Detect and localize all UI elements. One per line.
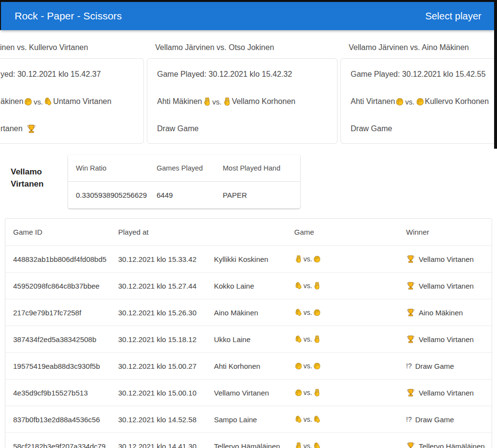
played-at-cell: 30.12.2021 klo 15.27.44	[118, 282, 214, 290]
game-hands-cell: vs.	[294, 335, 337, 344]
game-id-cell: 837b0fb13e2d88a4536c56	[5, 415, 118, 424]
col-header-played-at: Played at	[118, 228, 214, 236]
window-border-left	[0, 0, 1, 30]
player2-name: Kullervo Korhonen	[425, 97, 489, 106]
vs-label: vs.	[303, 442, 312, 448]
game-result-line: Draw Game	[157, 123, 327, 134]
player2-name: Untamo Virtanen	[53, 97, 111, 106]
winner-cell: Aino Mäkinen	[388, 308, 492, 317]
recent-game-card: inen vs. Kullervo Virtanen yed: 30.12.20…	[0, 43, 144, 144]
rock-hand-icon	[313, 255, 321, 263]
games-table-header-row: Game ID Played at Game Winner	[5, 219, 492, 245]
game-played-line: Game Played: 30.12.2021 klo 15.42.55	[351, 69, 497, 80]
played-at-cell: 30.12.2021 klo 15.33.42	[118, 255, 214, 263]
rock-hand-icon	[313, 362, 321, 370]
app-title: Rock - Paper - Scissors	[15, 10, 122, 22]
rock-hand-icon	[23, 97, 33, 106]
vs-label: vs.	[303, 255, 312, 263]
vs-label: vs.	[303, 362, 312, 370]
player2-name: Vellamo Korhonen	[232, 97, 296, 106]
stats-win-ratio-value: 0.3305938905256629	[68, 191, 157, 199]
stats-header-win-ratio: Win Ratio	[68, 164, 157, 172]
game-result-line: rtanen	[0, 123, 134, 134]
game-result-line: Draw Game	[351, 123, 497, 134]
game-players-line: äkinenvs.Untamo Virtanen	[0, 96, 134, 107]
game-hands-cell: vs.	[294, 442, 337, 448]
rock-hand-icon	[313, 308, 321, 317]
game-card-title: Vellamo Järvinen vs. Otso Jokinen	[147, 43, 337, 52]
stats-most-played-hand-value: PAPER	[223, 191, 300, 199]
scissors-hand-icon	[313, 388, 321, 397]
played-at-cell: 30.12.2021 klo 15.00.27	[118, 362, 214, 370]
game-id-cell: 217c9e79b17fc7258f	[5, 309, 118, 317]
trophy-icon	[406, 255, 419, 264]
trophy-icon	[22, 124, 36, 134]
winner-name: Tellervo Hämäläinen	[419, 442, 485, 448]
game-card-body: yed: 30.12.2021 klo 15.42.37 äkinenvs.Un…	[0, 58, 144, 144]
select-player-link[interactable]: Select player	[425, 11, 481, 22]
game-row: 448832ab1bb806df4fd08bd5 30.12.2021 klo …	[5, 245, 492, 272]
game-hands-cell: vs.	[294, 415, 337, 424]
opponent-name-cell: Ukko Laine	[214, 335, 294, 344]
stats-card: Win Ratio Games Played Most Played Hand …	[68, 155, 300, 208]
game-id-cell: 448832ab1bb806df4fd08bd5	[5, 255, 118, 263]
rock-hand-icon	[415, 97, 425, 106]
winner-cell: Tellervo Hämäläinen	[388, 442, 492, 448]
opponent-name-cell: Kyllikki Koskinen	[214, 255, 294, 263]
vs-label: vs.	[34, 98, 43, 106]
game-row: 4e35d9cf9b15527b513 30.12.2021 klo 15.00…	[5, 379, 492, 406]
winner-name: Vellamo Virtanen	[419, 255, 474, 263]
scissors-hand-icon	[294, 442, 303, 448]
winner-name: Vellamo Virtanen	[419, 389, 474, 397]
game-hands-cell: vs.	[294, 281, 337, 290]
played-at-cell: 30.12.2021 klo 15.26.30	[118, 309, 214, 317]
trophy-icon	[406, 308, 419, 317]
opponent-name-cell: Tellervo Hämäläinen	[214, 442, 294, 448]
game-result-text: rtanen	[0, 124, 22, 133]
vs-label: vs.	[303, 309, 312, 316]
game-players-line: Ahti Mäkinenvs.Vellamo Korhonen	[157, 96, 327, 107]
game-row: 58cf2182b3e9f207a334dc79 30.12.2021 klo …	[5, 432, 492, 448]
stats-values-row: 0.3305938905256629 6449 PAPER	[68, 182, 300, 208]
winner-cell: !?Draw Game	[388, 362, 492, 370]
game-row: 217c9e79b17fc7258f 30.12.2021 klo 15.26.…	[5, 299, 492, 326]
rock-hand-icon	[294, 362, 303, 370]
game-players-line: Ahti Virtanenvs.Kullervo Korhonen	[351, 96, 497, 107]
vs-label: vs.	[303, 335, 312, 343]
winner-name: Vellamo Virtanen	[419, 335, 474, 344]
app-header: Rock - Paper - Scissors Select player	[1, 2, 494, 30]
scissors-hand-icon	[202, 97, 212, 106]
winner-cell: Vellamo Virtanen	[388, 281, 492, 291]
games-table: Game ID Played at Game Winner 448832ab1b…	[5, 218, 492, 448]
player1-name: äkinen	[0, 97, 23, 106]
vs-label: vs.	[213, 98, 222, 106]
paper-hand-icon	[294, 415, 303, 424]
paper-hand-icon	[43, 97, 53, 106]
vs-label: vs.	[303, 415, 312, 423]
played-at-cell: 30.12.2021 klo 14.52.58	[118, 415, 214, 424]
game-hands-cell: vs.	[294, 362, 337, 370]
game-id-cell: 19575419eab88d3c930f5b	[5, 362, 118, 370]
trophy-icon	[406, 388, 419, 397]
recent-game-card: Vellamo Järvinen vs. Otso Jokinen Game P…	[147, 43, 337, 144]
rock-hand-icon	[395, 97, 405, 106]
paper-hand-icon	[313, 442, 321, 448]
opponent-name-cell: Vellamo Virtanen	[214, 389, 294, 397]
game-hands-cell: vs.	[294, 255, 337, 263]
vs-label: vs.	[303, 389, 312, 396]
stats-header-row: Win Ratio Games Played Most Played Hand	[68, 155, 300, 182]
game-id-cell: 4e35d9cf9b15527b513	[5, 389, 118, 397]
game-id-cell: 387434f2ed5a38342508b	[5, 335, 118, 344]
game-row: 387434f2ed5a38342508b 30.12.2021 klo 15.…	[5, 326, 492, 352]
game-row: 837b0fb13e2d88a4536c56 30.12.2021 klo 14…	[5, 406, 492, 432]
cards-row: inen vs. Kullervo Virtanen yed: 30.12.20…	[0, 43, 497, 144]
trophy-icon	[406, 335, 419, 344]
stats-player-name: Vellamo Virtanen	[11, 166, 57, 190]
trophy-icon	[406, 442, 419, 448]
game-played-line: yed: 30.12.2021 klo 15.42.37	[0, 69, 134, 80]
paper-hand-icon	[313, 415, 321, 424]
stats-header-most-played-hand: Most Played Hand	[223, 164, 300, 172]
opponent-name-cell: Ahti Korhonen	[214, 362, 294, 370]
player-stats-section: Vellamo Virtanen Win Ratio Games Played …	[0, 155, 497, 208]
game-row: 19575419eab88d3c930f5b 30.12.2021 klo 15…	[5, 352, 492, 379]
